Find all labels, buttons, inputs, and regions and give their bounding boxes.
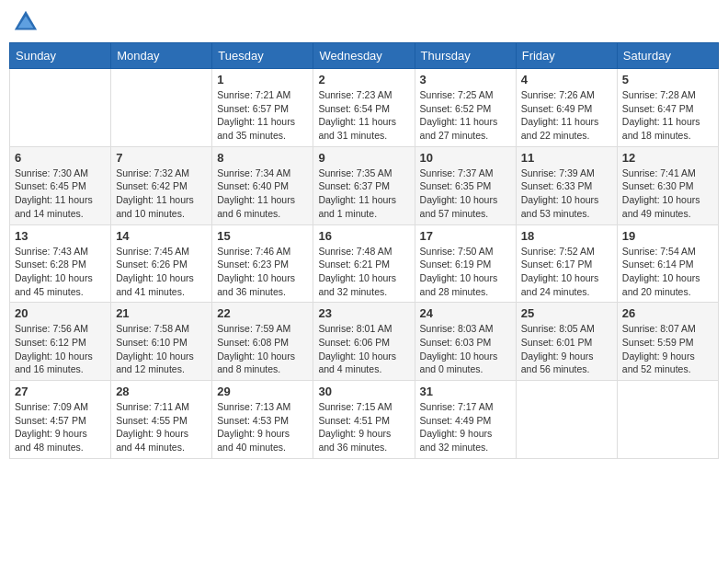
day-of-week-header: Wednesday [313, 43, 415, 69]
day-number: 24 [420, 306, 511, 320]
calendar-day-cell: 15Sunrise: 7:46 AM Sunset: 6:23 PM Dayli… [212, 224, 313, 303]
day-info-text: Sunrise: 7:48 AM Sunset: 6:21 PM Dayligh… [318, 245, 409, 299]
calendar-day-cell: 20Sunrise: 7:56 AM Sunset: 6:12 PM Dayli… [10, 303, 111, 381]
calendar-day-cell: 27Sunrise: 7:09 AM Sunset: 4:57 PM Dayli… [10, 381, 111, 459]
calendar-day-cell: 28Sunrise: 7:11 AM Sunset: 4:55 PM Dayli… [111, 381, 212, 459]
calendar-day-cell: 4Sunrise: 7:26 AM Sunset: 6:49 PM Daylig… [516, 69, 617, 147]
calendar-week-row: 13Sunrise: 7:43 AM Sunset: 6:28 PM Dayli… [10, 224, 719, 303]
day-number: 1 [217, 73, 308, 86]
day-number: 7 [116, 151, 207, 165]
day-info-text: Sunrise: 7:56 AM Sunset: 6:12 PM Dayligh… [15, 322, 106, 376]
day-info-text: Sunrise: 8:05 AM Sunset: 6:01 PM Dayligh… [521, 322, 612, 376]
day-number: 29 [217, 385, 308, 398]
calendar-day-cell: 7Sunrise: 7:32 AM Sunset: 6:42 PM Daylig… [111, 146, 212, 224]
calendar-day-cell: 3Sunrise: 7:25 AM Sunset: 6:52 PM Daylig… [415, 69, 516, 147]
day-info-text: Sunrise: 7:43 AM Sunset: 6:28 PM Dayligh… [15, 245, 106, 299]
day-info-text: Sunrise: 7:39 AM Sunset: 6:33 PM Dayligh… [521, 167, 612, 221]
day-info-text: Sunrise: 7:17 AM Sunset: 4:49 PM Dayligh… [420, 400, 511, 454]
day-info-text: Sunrise: 8:07 AM Sunset: 5:59 PM Dayligh… [622, 322, 713, 376]
calendar-day-cell: 25Sunrise: 8:05 AM Sunset: 6:01 PM Dayli… [516, 303, 617, 381]
calendar-day-cell: 9Sunrise: 7:35 AM Sunset: 6:37 PM Daylig… [313, 146, 415, 224]
day-number: 25 [521, 306, 612, 320]
day-number: 30 [318, 385, 409, 398]
day-info-text: Sunrise: 7:54 AM Sunset: 6:14 PM Dayligh… [622, 245, 713, 299]
calendar-day-cell: 17Sunrise: 7:50 AM Sunset: 6:19 PM Dayli… [415, 224, 516, 303]
day-info-text: Sunrise: 7:50 AM Sunset: 6:19 PM Dayligh… [420, 245, 511, 299]
calendar-week-row: 6Sunrise: 7:30 AM Sunset: 6:45 PM Daylig… [10, 146, 719, 224]
day-number: 19 [622, 229, 713, 243]
page-header [9, 9, 719, 35]
calendar-day-cell: 16Sunrise: 7:48 AM Sunset: 6:21 PM Dayli… [313, 224, 415, 303]
calendar-day-cell [516, 381, 617, 459]
day-of-week-header: Tuesday [212, 43, 313, 69]
day-number: 6 [15, 151, 106, 165]
calendar-day-cell: 22Sunrise: 7:59 AM Sunset: 6:08 PM Dayli… [212, 303, 313, 381]
day-info-text: Sunrise: 7:15 AM Sunset: 4:51 PM Dayligh… [318, 400, 409, 454]
day-info-text: Sunrise: 7:21 AM Sunset: 6:57 PM Dayligh… [217, 88, 308, 143]
calendar-day-cell: 2Sunrise: 7:23 AM Sunset: 6:54 PM Daylig… [313, 69, 415, 147]
calendar-day-cell: 24Sunrise: 8:03 AM Sunset: 6:03 PM Dayli… [415, 303, 516, 381]
day-info-text: Sunrise: 7:26 AM Sunset: 6:49 PM Dayligh… [521, 88, 612, 143]
day-info-text: Sunrise: 7:59 AM Sunset: 6:08 PM Dayligh… [217, 322, 308, 376]
day-info-text: Sunrise: 7:30 AM Sunset: 6:45 PM Dayligh… [15, 167, 106, 221]
day-number: 11 [521, 151, 612, 165]
day-info-text: Sunrise: 8:01 AM Sunset: 6:06 PM Dayligh… [318, 322, 409, 376]
day-info-text: Sunrise: 7:13 AM Sunset: 4:53 PM Dayligh… [217, 400, 308, 454]
calendar-day-cell: 21Sunrise: 7:58 AM Sunset: 6:10 PM Dayli… [111, 303, 212, 381]
logo-icon [13, 9, 39, 35]
day-info-text: Sunrise: 7:41 AM Sunset: 6:30 PM Dayligh… [622, 167, 713, 221]
day-info-text: Sunrise: 7:32 AM Sunset: 6:42 PM Dayligh… [116, 167, 207, 221]
day-number: 3 [420, 73, 511, 86]
day-number: 20 [15, 306, 106, 320]
calendar-day-cell: 11Sunrise: 7:39 AM Sunset: 6:33 PM Dayli… [516, 146, 617, 224]
day-info-text: Sunrise: 7:37 AM Sunset: 6:35 PM Dayligh… [420, 167, 511, 221]
calendar-day-cell: 30Sunrise: 7:15 AM Sunset: 4:51 PM Dayli… [313, 381, 415, 459]
day-of-week-header: Sunday [10, 43, 111, 69]
day-info-text: Sunrise: 7:28 AM Sunset: 6:47 PM Dayligh… [622, 88, 713, 143]
day-number: 12 [622, 151, 713, 165]
day-number: 21 [116, 306, 207, 320]
day-info-text: Sunrise: 7:09 AM Sunset: 4:57 PM Dayligh… [15, 400, 106, 454]
day-info-text: Sunrise: 7:35 AM Sunset: 6:37 PM Dayligh… [318, 167, 409, 221]
day-number: 15 [217, 229, 308, 243]
day-info-text: Sunrise: 7:45 AM Sunset: 6:26 PM Dayligh… [116, 245, 207, 299]
day-number: 14 [116, 229, 207, 243]
day-number: 23 [318, 306, 409, 320]
calendar-day-cell [617, 381, 718, 459]
day-number: 9 [318, 151, 409, 165]
day-info-text: Sunrise: 7:34 AM Sunset: 6:40 PM Dayligh… [217, 167, 308, 221]
calendar-day-cell: 5Sunrise: 7:28 AM Sunset: 6:47 PM Daylig… [617, 69, 718, 147]
day-number: 13 [15, 229, 106, 243]
day-number: 16 [318, 229, 409, 243]
day-number: 31 [420, 385, 511, 398]
calendar-day-cell: 19Sunrise: 7:54 AM Sunset: 6:14 PM Dayli… [617, 224, 718, 303]
calendar-day-cell: 18Sunrise: 7:52 AM Sunset: 6:17 PM Dayli… [516, 224, 617, 303]
day-number: 17 [420, 229, 511, 243]
calendar-week-row: 27Sunrise: 7:09 AM Sunset: 4:57 PM Dayli… [10, 381, 719, 459]
day-info-text: Sunrise: 7:46 AM Sunset: 6:23 PM Dayligh… [217, 245, 308, 299]
logo [13, 9, 42, 35]
calendar-week-row: 20Sunrise: 7:56 AM Sunset: 6:12 PM Dayli… [10, 303, 719, 381]
day-of-week-header: Friday [516, 43, 617, 69]
day-info-text: Sunrise: 7:23 AM Sunset: 6:54 PM Dayligh… [318, 88, 409, 143]
day-number: 2 [318, 73, 409, 86]
calendar-day-cell: 6Sunrise: 7:30 AM Sunset: 6:45 PM Daylig… [10, 146, 111, 224]
calendar-day-cell: 31Sunrise: 7:17 AM Sunset: 4:49 PM Dayli… [415, 381, 516, 459]
calendar-day-cell: 1Sunrise: 7:21 AM Sunset: 6:57 PM Daylig… [212, 69, 313, 147]
calendar-table: SundayMondayTuesdayWednesdayThursdayFrid… [9, 42, 719, 459]
day-info-text: Sunrise: 7:25 AM Sunset: 6:52 PM Dayligh… [420, 88, 511, 143]
calendar-day-cell: 26Sunrise: 8:07 AM Sunset: 5:59 PM Dayli… [617, 303, 718, 381]
day-number: 26 [622, 306, 713, 320]
day-number: 18 [521, 229, 612, 243]
calendar-day-cell [111, 69, 212, 147]
day-number: 28 [116, 385, 207, 398]
calendar-day-cell: 10Sunrise: 7:37 AM Sunset: 6:35 PM Dayli… [415, 146, 516, 224]
day-info-text: Sunrise: 7:52 AM Sunset: 6:17 PM Dayligh… [521, 245, 612, 299]
calendar-week-row: 1Sunrise: 7:21 AM Sunset: 6:57 PM Daylig… [10, 69, 719, 147]
day-number: 27 [15, 385, 106, 398]
calendar-day-cell [10, 69, 111, 147]
day-number: 8 [217, 151, 308, 165]
calendar-day-cell: 23Sunrise: 8:01 AM Sunset: 6:06 PM Dayli… [313, 303, 415, 381]
day-number: 4 [521, 73, 612, 86]
calendar-header-row: SundayMondayTuesdayWednesdayThursdayFrid… [10, 43, 719, 69]
